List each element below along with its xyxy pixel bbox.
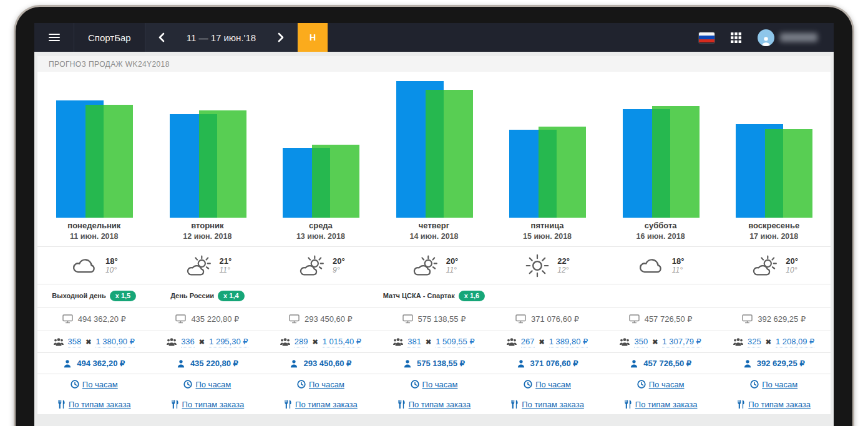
- weather-cell: 21° 11°: [151, 246, 265, 284]
- temperatures: 22° 12°: [557, 256, 570, 275]
- avg-check-link[interactable]: 1 295,30 ₽: [209, 337, 248, 347]
- multiply-icon: ✖: [312, 338, 318, 346]
- temp-low: 9°: [333, 266, 345, 275]
- username-blurred: [780, 33, 817, 42]
- clock-icon: [183, 380, 192, 389]
- next-week-button[interactable]: [265, 23, 297, 52]
- day-date: 16 июн. 2018: [636, 231, 685, 242]
- language-flag-russia[interactable]: [699, 32, 714, 43]
- monitor-icon: [289, 314, 300, 324]
- guest-total-row: 392 629,25 ₽: [717, 352, 831, 374]
- avg-check-link[interactable]: 1 015,40 ₽: [323, 337, 362, 347]
- event-badge-row: [490, 284, 604, 307]
- temperatures: 18° 11°: [672, 256, 685, 275]
- clock-icon: [411, 380, 419, 389]
- by-order-type-link[interactable]: По типам заказа: [409, 400, 471, 409]
- guests-count-link[interactable]: 325: [748, 337, 761, 347]
- day-label: воскресенье 17 июн. 2018: [717, 218, 831, 246]
- avg-check-link[interactable]: 1 389,80 ₽: [549, 337, 588, 347]
- temp-low: 11°: [446, 266, 459, 275]
- guests-count-link[interactable]: 350: [634, 337, 648, 347]
- guests-count-link[interactable]: 358: [68, 337, 82, 347]
- temp-low: 12°: [557, 266, 570, 275]
- day-column: суббота 16 июн. 2018: [604, 72, 718, 414]
- day-date: 15 июн. 2018: [523, 231, 572, 242]
- temp-high: 21°: [220, 256, 232, 266]
- apps-grid-button[interactable]: [731, 32, 741, 43]
- weather-cell: 18° 10°: [37, 246, 151, 284]
- by-order-type-link[interactable]: По типам заказа: [295, 400, 358, 409]
- avg-check-link[interactable]: 1 208,09 ₽: [776, 337, 815, 347]
- by-order-type-link[interactable]: По типам заказа: [69, 400, 131, 409]
- day-name: среда: [309, 220, 333, 231]
- temperatures: 18° 10°: [105, 256, 118, 275]
- by-order-type-link[interactable]: По типам заказа: [635, 400, 698, 409]
- cloud-icon: [71, 256, 98, 276]
- day-column: четверг 14 июн. 2018: [378, 72, 491, 414]
- day-column: пятница 15 июн. 2018: [490, 72, 604, 414]
- by-order-type-link[interactable]: По типам заказа: [522, 400, 584, 409]
- day-bar-chart: [717, 72, 831, 218]
- temp-high: 18°: [672, 256, 685, 266]
- prev-week-button[interactable]: [145, 23, 178, 52]
- screen-forecast-value: 293 450,60 ₽: [305, 314, 353, 324]
- guests-count-link[interactable]: 289: [295, 337, 308, 347]
- guest-total-row: 575 138,55 ₽: [378, 352, 491, 374]
- page-title: ПРОГНОЗ ПРОДАЖ WK24Y2018: [37, 56, 831, 72]
- by-order-type-row: По типам заказа: [37, 394, 151, 414]
- by-order-type-row: По типам заказа: [378, 394, 491, 414]
- clock-icon: [297, 380, 306, 389]
- multiply-icon: ✖: [199, 338, 205, 346]
- by-order-type-link[interactable]: По типам заказа: [182, 400, 245, 409]
- by-hours-row: По часам: [264, 374, 378, 394]
- forecast-bar-green: [426, 90, 473, 218]
- user-menu[interactable]: [758, 29, 817, 46]
- day-name: четверг: [419, 220, 449, 231]
- temp-low: 11°: [672, 266, 685, 275]
- by-hours-link[interactable]: По часам: [82, 380, 118, 389]
- avg-check-link[interactable]: 1 509,55 ₽: [436, 337, 475, 347]
- by-hours-link[interactable]: По часам: [309, 380, 344, 389]
- by-hours-link[interactable]: По часам: [422, 380, 458, 389]
- day-bar-chart: [151, 72, 265, 218]
- by-hours-link[interactable]: По часам: [195, 380, 231, 389]
- user-icon: [761, 36, 771, 46]
- day-label: суббота 16 июн. 2018: [604, 218, 718, 246]
- guests-count-link[interactable]: 381: [407, 337, 421, 347]
- day-date: 14 июн. 2018: [409, 231, 458, 242]
- forecast-card: ПРОГНОЗ ПРОДАЖ WK24Y2018 понедельник 11 …: [37, 56, 831, 414]
- avg-check-link[interactable]: 1 380,90 ₽: [95, 337, 135, 347]
- weather-cell: 20° 11°: [378, 246, 491, 284]
- person-icon: [630, 359, 638, 368]
- day-name: воскресенье: [748, 220, 799, 231]
- by-hours-link[interactable]: По часам: [649, 380, 685, 389]
- event-badge-row: День России x 1,4: [151, 284, 265, 307]
- clock-icon: [524, 380, 532, 389]
- header-n-button[interactable]: Н: [298, 23, 328, 52]
- temp-low: 11°: [220, 266, 232, 275]
- guest-total-value: 435 220,80 ₽: [190, 359, 238, 368]
- guests-group-icon: [54, 337, 64, 346]
- brand-title: СпортБар: [74, 23, 145, 52]
- day-column: среда 13 июн. 2018: [264, 72, 378, 414]
- by-hours-link[interactable]: По часам: [762, 380, 797, 389]
- event-badge-row: [717, 284, 831, 307]
- event-badge-row: [604, 284, 718, 307]
- avg-check-link[interactable]: 1 307,79 ₽: [662, 337, 701, 347]
- guest-total-row: 371 076,60 ₽: [490, 352, 604, 374]
- guests-count-link[interactable]: 267: [521, 337, 535, 347]
- menu-button[interactable]: [34, 23, 74, 52]
- day-date: 12 июн. 2018: [183, 231, 232, 242]
- person-icon: [743, 359, 752, 368]
- guests-count-link[interactable]: 336: [181, 337, 195, 347]
- multiply-icon: ✖: [766, 338, 771, 346]
- by-hours-row: По часам: [378, 374, 491, 394]
- by-order-type-link[interactable]: По типам заказа: [748, 400, 811, 409]
- day-name: пятница: [531, 220, 564, 231]
- sun-icon: [525, 253, 550, 278]
- by-hours-link[interactable]: По часам: [535, 380, 571, 389]
- guest-total-row: 293 450,60 ₽: [264, 352, 378, 374]
- day-label: вторник 12 июн. 2018: [151, 218, 265, 246]
- temperatures: 20° 9°: [333, 256, 345, 275]
- event-label: Матч ЦСКА - Спартак: [383, 292, 455, 299]
